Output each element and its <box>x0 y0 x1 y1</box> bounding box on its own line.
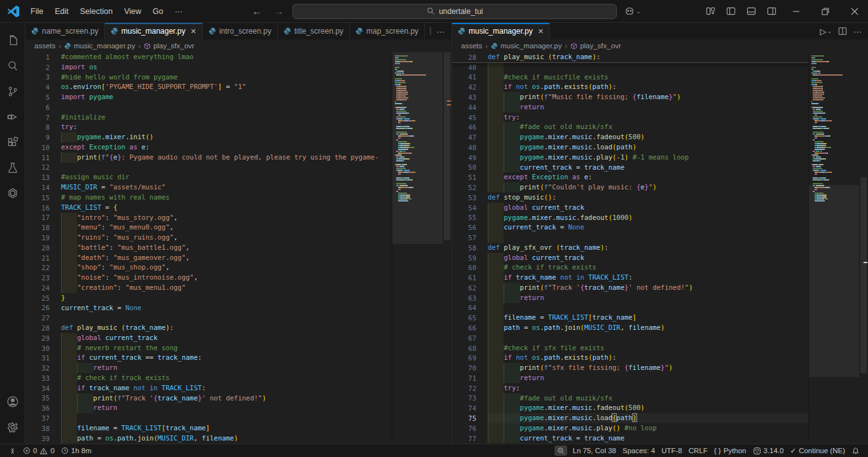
code-line[interactable]: 23 "noise": "mus_intronoise.ogg", <box>25 273 392 283</box>
code-line[interactable]: 18 "menu": "mus_menu0.ogg", <box>25 222 392 233</box>
code-line[interactable]: 59 global current_track <box>452 253 808 263</box>
menu-go[interactable]: Go <box>148 4 169 18</box>
code-line[interactable]: 43 print(f"Music file fissing; {filename… <box>452 92 808 102</box>
toggle-secondary-sidebar-button[interactable] <box>762 3 780 20</box>
python-interpreter[interactable]: 3.14.0 <box>750 444 787 457</box>
code-line[interactable]: 24 "creation": "mus_menu1.ogg" <box>25 283 392 293</box>
code-line[interactable]: 57 <box>452 233 808 243</box>
code-line[interactable]: 74 pygame.mixer.music.fadeout(500) <box>452 403 808 413</box>
code-line[interactable]: 31 if current_track == track_name: <box>25 353 392 363</box>
code-line[interactable]: 33 # check if track exists <box>25 373 392 383</box>
settings-gear-icon[interactable] <box>0 414 25 440</box>
code-line[interactable]: 54 global current_track <box>452 203 808 213</box>
menu-file[interactable]: File <box>25 4 48 18</box>
code-line[interactable]: 35 print(f"Track '{track_name}' not defi… <box>25 393 392 404</box>
toggle-panel-button[interactable] <box>742 3 760 20</box>
code-line[interactable]: 9 pygame.mixer.init() <box>25 132 392 142</box>
code-line[interactable]: 64 <box>452 303 808 313</box>
breadcrumb-file[interactable]: music_manager.py <box>491 42 562 50</box>
run-python-file-button[interactable]: ▷ ⌄ <box>820 27 832 36</box>
breadcrumb-file[interactable]: music_manager.py <box>64 42 135 50</box>
code-line[interactable]: 40 <box>452 62 808 72</box>
notifications-bell[interactable] <box>848 444 863 457</box>
copilot-button[interactable]: ⌄ <box>624 6 641 17</box>
code-line[interactable]: 60 # check if track exists <box>452 263 808 273</box>
code-line[interactable]: 22 "shop": "mus_shop.ogg", <box>25 263 392 273</box>
extensions-icon[interactable] <box>0 130 25 155</box>
code-line[interactable]: 62 print(f"Track '{track_name}' not defi… <box>452 283 808 293</box>
code-line[interactable]: 28def play_music (track_name): <box>25 323 392 333</box>
code-line[interactable]: 5import pygame <box>25 92 392 102</box>
code-line[interactable]: 15# map names with real names <box>25 193 392 203</box>
code-line[interactable]: 34 if track_name not in TRACK_LIST: <box>25 383 392 393</box>
more-actions-button[interactable]: ··· <box>853 27 862 36</box>
code-line[interactable]: 2import os <box>25 62 392 72</box>
breadcrumb-folder[interactable]: assets <box>34 42 55 50</box>
code-line[interactable]: 27 <box>25 313 392 323</box>
minimap-slider[interactable] <box>809 185 859 377</box>
code-line[interactable]: 76 pygame.mixer.music.play() #no loop <box>452 423 808 433</box>
restore-button[interactable] <box>812 0 839 22</box>
code-line[interactable]: 29 global current_track <box>25 333 392 343</box>
explorer-icon[interactable] <box>0 28 25 53</box>
code-line[interactable]: 36 return <box>25 403 392 413</box>
code-line[interactable]: 25} <box>25 293 392 303</box>
code-line[interactable]: 7#initialize <box>25 113 392 123</box>
code-line[interactable]: 53def stop_music(): <box>452 193 808 203</box>
split-editor-button[interactable] <box>838 27 847 36</box>
tab-intro-screen[interactable]: intro_screen.py <box>203 23 278 39</box>
code-line[interactable]: 47 pygame.mixer.music.fadeout(500) <box>452 132 808 142</box>
code-line[interactable]: 32 return <box>25 363 392 373</box>
run-debug-icon[interactable] <box>0 104 25 130</box>
menu-view[interactable]: View <box>119 4 146 18</box>
problems-indicator[interactable]: 0 0 <box>20 444 58 457</box>
indentation-setting[interactable]: Spaces: 4 <box>619 444 658 457</box>
nav-back-icon[interactable]: ← <box>248 4 265 18</box>
code-line[interactable]: 11 print(f"{e}: Pygame audio could not b… <box>25 153 392 163</box>
code-line[interactable]: 48 pygame.mixer.music.load(path) <box>452 142 808 153</box>
code-line[interactable]: 19 "ruins": "mus_ruins.ogg", <box>25 233 392 243</box>
code-line[interactable]: 69 if not os.path.exists(path): <box>452 353 808 363</box>
code-line[interactable]: 26current_track = None <box>25 303 392 313</box>
scrollbar-left[interactable] <box>443 52 451 444</box>
code-line[interactable]: 44 return <box>452 102 808 113</box>
customize-layout-button[interactable] <box>701 3 719 20</box>
minimap-left[interactable] <box>392 52 443 444</box>
code-line[interactable]: 17 "intro": "mus_story.ogg", <box>25 213 392 223</box>
code-line[interactable]: 52 print(f"Couldn't play music: {e}") <box>452 182 808 193</box>
menu-edit[interactable]: Edit <box>50 4 74 18</box>
code-line[interactable]: 42 if not os.path.exists(path): <box>452 82 808 92</box>
menu-more-icon[interactable]: ··· <box>170 4 188 18</box>
menu-selection[interactable]: Selection <box>75 4 118 18</box>
toggle-primary-sidebar-button[interactable] <box>722 3 740 20</box>
language-mode[interactable]: { } Python <box>711 444 750 457</box>
code-line[interactable]: 55 pygame.mixer.music.fadeout(1000) <box>452 213 808 223</box>
tab-close-icon[interactable]: ✕ <box>538 27 544 36</box>
time-tracker[interactable]: 1h 8m <box>58 444 95 457</box>
encoding-setting[interactable]: UTF-8 <box>658 444 685 457</box>
code-line[interactable]: 6 <box>25 102 392 113</box>
scrollbar-right[interactable] <box>859 52 868 444</box>
command-center-search[interactable]: undertale_tui <box>293 4 617 19</box>
continue-extension-status[interactable]: ✓ Continue (NE) <box>787 444 848 457</box>
code-line[interactable]: 61 if track_name not in TRACK_LIST: <box>452 273 808 283</box>
eol-setting[interactable]: CRLF <box>685 444 711 457</box>
zoom-status-button[interactable] <box>555 446 567 456</box>
breadcrumb-symbol[interactable]: play_sfx_ovr <box>144 42 195 50</box>
code-line[interactable]: 50 current_track = track_name <box>452 163 808 173</box>
tab-music-manager-right[interactable]: music_manager.py ✕ <box>452 23 550 39</box>
minimap-slider[interactable] <box>392 52 443 244</box>
close-window-button[interactable] <box>841 0 868 22</box>
testing-icon[interactable] <box>0 155 25 181</box>
minimap-right[interactable] <box>808 52 859 444</box>
search-sidebar-icon[interactable] <box>0 53 25 79</box>
code-line[interactable]: 13#assign music dir <box>25 172 392 182</box>
code-line[interactable]: 49 pygame.mixer.music.play(-1) #-1 means… <box>452 153 808 163</box>
hexagon-extension-icon[interactable] <box>0 181 25 206</box>
code-line[interactable]: 71 return <box>452 373 808 383</box>
nav-forward-icon[interactable]: → <box>270 4 287 18</box>
code-line[interactable]: 3#hide hello world from pygame <box>25 72 392 83</box>
breadcrumb-folder[interactable]: assets <box>461 42 482 50</box>
source-control-icon[interactable] <box>0 79 25 104</box>
code-line[interactable]: 67 <box>452 333 808 343</box>
